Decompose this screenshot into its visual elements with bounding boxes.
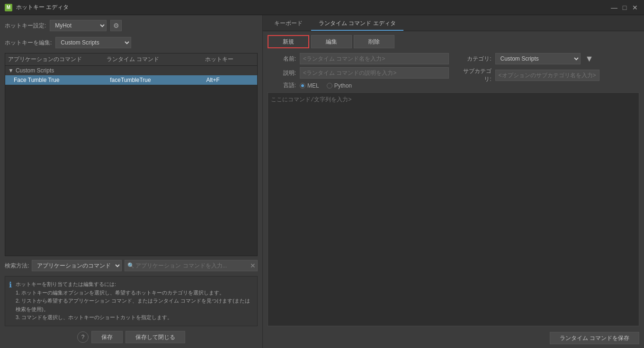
search-input-wrapper: 🔍 ✕ (125, 260, 258, 271)
desc-input[interactable] (300, 67, 449, 79)
clear-search-icon[interactable]: ✕ (250, 262, 256, 269)
col1-header: アプリケーションのコマンド (8, 55, 107, 63)
mel-label: MEL (307, 82, 319, 89)
radio-python[interactable]: Python (327, 82, 352, 89)
info-line2: 2. リストから希望するアプリケーション コマンド、またはランタイム コマンドを… (16, 298, 250, 312)
command-col1: Face Tumble True (14, 77, 110, 83)
app-icon: M (5, 4, 12, 11)
category-dropdown-icon[interactable]: ▼ (585, 54, 594, 64)
col3-header: ホットキー (205, 55, 254, 63)
category-select[interactable]: Custom Scripts (495, 53, 581, 64)
tab-runtime-editor[interactable]: ランタイム コマンド エディタ (311, 17, 403, 31)
tab-keyboard[interactable]: キーボード (267, 17, 310, 31)
command-group-header[interactable]: ▼ Custom Scripts (5, 66, 257, 75)
mel-radio-dot[interactable] (300, 83, 305, 89)
edit-row: ホットキーを編集: Custom Scripts (5, 37, 258, 48)
save-button[interactable]: 保存 (91, 331, 123, 343)
right-inner: キーボード ランタイム コマンド エディタ 新規 編集 削除 名前: (263, 15, 644, 348)
new-button[interactable]: 新規 (268, 35, 309, 48)
window-controls[interactable]: — □ ✕ (610, 3, 639, 12)
maximize-button[interactable]: □ (620, 3, 629, 12)
settings-row: ホットキー設定: MyHot ⚙ (5, 20, 258, 31)
search-input[interactable] (125, 260, 258, 271)
hotkey-edit-select[interactable]: Custom Scripts (55, 37, 131, 48)
command-table: アプリケーションのコマンド ランタイム コマンド ホットキー ▼ Custom … (5, 53, 258, 256)
titlebar: M ホットキー エディタ — □ ✕ (0, 0, 644, 15)
edit-button[interactable]: 編集 (311, 35, 352, 48)
right-bottom: ランタイム コマンドを保存 (263, 328, 644, 348)
info-line1: 1. ホットキーの編集オプションを選択し、希望するホットキーのカテゴリを選択しま… (16, 290, 224, 295)
subcategory-input[interactable] (495, 70, 599, 81)
right-panel: キーボード ランタイム コマンド エディタ 新規 編集 削除 名前: (263, 15, 644, 348)
delete-button[interactable]: 削除 (354, 35, 394, 48)
script-textarea[interactable] (268, 92, 639, 326)
close-button[interactable]: ✕ (631, 3, 639, 12)
form-right-col: カテゴリ: Custom Scripts ▼ サブカテゴリ: (449, 53, 640, 89)
name-row: 名前: (268, 53, 449, 64)
group-name: Custom Scripts (16, 67, 54, 74)
bottom-buttons: ? 保存 保存して閉じる (5, 331, 258, 343)
search-method-select[interactable]: アプリケーションのコマンド (32, 260, 122, 271)
search-method-label: 検索方法: (5, 262, 29, 270)
table-header: アプリケーションのコマンド ランタイム コマンド ホットキー (5, 54, 257, 66)
info-icon: ℹ (9, 280, 12, 322)
info-line3: 3. コマンドを選択し、ホットキーのショートカットを指定します。 (16, 314, 172, 320)
lang-row: 言語: MEL Python (268, 81, 449, 89)
table-row[interactable]: Face Tumble True faceTumbleTrue Alt+F (5, 75, 257, 85)
desc-row: 説明: (268, 67, 449, 79)
name-label: 名前: (268, 55, 296, 63)
col2-header: ランタイム コマンド (107, 55, 205, 63)
help-button[interactable]: ? (77, 331, 89, 343)
settings-label: ホットキー設定: (5, 22, 46, 30)
action-buttons: 新規 編集 削除 (263, 31, 644, 52)
gear-icon[interactable]: ⚙ (110, 20, 122, 31)
tab-bar: キーボード ランタイム コマンド エディタ (263, 15, 644, 31)
form-two-col: 名前: 説明: 言語: MEL (263, 52, 644, 90)
form-left-col: 名前: 説明: 言語: MEL (268, 53, 449, 89)
save-runtime-button[interactable]: ランタイム コマンドを保存 (550, 332, 639, 344)
subcategory-label: サブカテゴリ: (458, 67, 492, 83)
category-label: カテゴリ: (458, 55, 492, 63)
radio-mel[interactable]: MEL (300, 82, 319, 89)
search-row: 検索方法: アプリケーションのコマンド 🔍 ✕ (5, 260, 258, 271)
subcategory-row: サブカテゴリ: (458, 67, 640, 83)
hotkey-settings-select[interactable]: MyHot (50, 20, 107, 31)
name-input[interactable] (300, 53, 449, 64)
right-content-area: 名前: 説明: 言語: MEL (263, 52, 644, 348)
python-radio-dot[interactable] (327, 83, 332, 89)
desc-label: 説明: (268, 69, 296, 77)
info-text: ホットキーを割り当てまたは編集するには: 1. ホットキーの編集オプションを選択… (16, 280, 253, 322)
group-arrow-icon: ▼ (8, 67, 14, 74)
left-panel: ホットキー設定: MyHot ⚙ ホットキーを編集: Custom Script… (0, 15, 263, 348)
minimize-button[interactable]: — (610, 3, 618, 12)
script-area-container (263, 90, 644, 328)
info-title: ホットキーを割り当てまたは編集するには: (16, 281, 116, 287)
search-icon: 🔍 (127, 262, 134, 269)
category-row: カテゴリ: Custom Scripts ▼ (458, 53, 640, 64)
command-col2: faceTumbleTrue (110, 77, 206, 83)
lang-label: 言語: (268, 81, 296, 89)
lang-radio-group: MEL Python (300, 82, 352, 89)
python-label: Python (334, 82, 352, 89)
window-title: ホットキー エディタ (16, 3, 610, 11)
command-col3: Alt+F (206, 77, 254, 83)
save-close-button[interactable]: 保存して閉じる (125, 331, 185, 343)
main-container: ホットキー設定: MyHot ⚙ ホットキーを編集: Custom Script… (0, 15, 644, 348)
edit-label: ホットキーを編集: (5, 39, 52, 47)
info-box: ℹ ホットキーを割り当てまたは編集するには: 1. ホットキーの編集オプションを… (5, 276, 258, 326)
